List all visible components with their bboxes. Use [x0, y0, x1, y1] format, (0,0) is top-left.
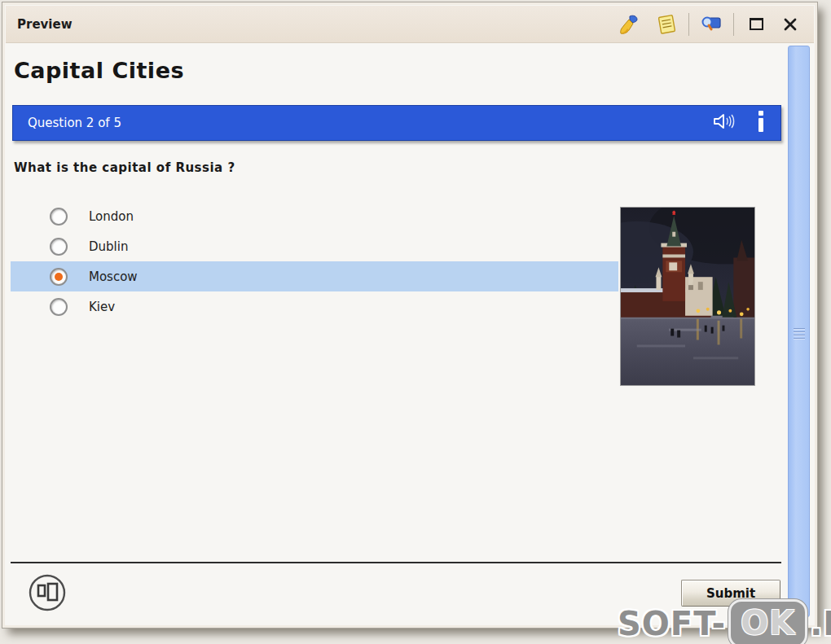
window-title: Preview	[17, 17, 73, 32]
radio-button[interactable]	[50, 298, 68, 316]
radio-button[interactable]	[50, 208, 68, 226]
quiz-content: Capital Cities Question 2 of 5	[6, 43, 814, 624]
option-label: London	[89, 209, 134, 224]
option-row-moscow[interactable]: Moscow	[11, 261, 618, 291]
preview-search-icon[interactable]	[699, 12, 723, 37]
scrollbar-grip	[794, 328, 805, 341]
option-label: Kiev	[89, 300, 115, 314]
maximize-icon[interactable]	[744, 12, 768, 37]
notepad-icon[interactable]	[654, 12, 679, 37]
option-row-dublin[interactable]: Dublin	[11, 231, 618, 261]
footer-divider	[11, 562, 781, 563]
audio-speaker-icon[interactable]	[712, 112, 736, 134]
radio-button[interactable]	[50, 238, 68, 256]
info-icon[interactable]	[756, 111, 766, 135]
preview-window: Preview	[2, 2, 818, 629]
option-row-kiev[interactable]: Kiev	[11, 291, 618, 322]
options-list: London Dublin Moscow Kiev	[11, 201, 618, 322]
pause-layout-icon[interactable]	[27, 572, 68, 613]
titlebar-separator	[733, 13, 734, 36]
titlebar: Preview	[6, 6, 814, 43]
question-text: What is the capital of Russia ?	[14, 160, 235, 175]
watermark-suffix: .NET	[810, 605, 831, 642]
question-counter: Question 2 of 5	[28, 116, 121, 130]
titlebar-separator	[688, 13, 689, 36]
radio-button[interactable]	[50, 268, 68, 286]
option-row-london[interactable]: London	[11, 201, 618, 231]
scrollbar[interactable]	[788, 46, 810, 617]
kremlin-photo	[620, 207, 755, 386]
watermark: SOFT-OK.NET	[618, 599, 831, 644]
quiz-title: Capital Cities	[14, 58, 184, 83]
titlebar-icons	[617, 12, 802, 37]
watermark-prefix: SOFT-	[618, 605, 726, 642]
option-label: Moscow	[89, 269, 138, 284]
watermark-badge: OK	[728, 599, 807, 644]
option-label: Dublin	[89, 239, 128, 254]
close-icon[interactable]	[778, 12, 802, 37]
question-progress-bar: Question 2 of 5	[12, 105, 781, 141]
brush-icon[interactable]	[617, 12, 641, 37]
